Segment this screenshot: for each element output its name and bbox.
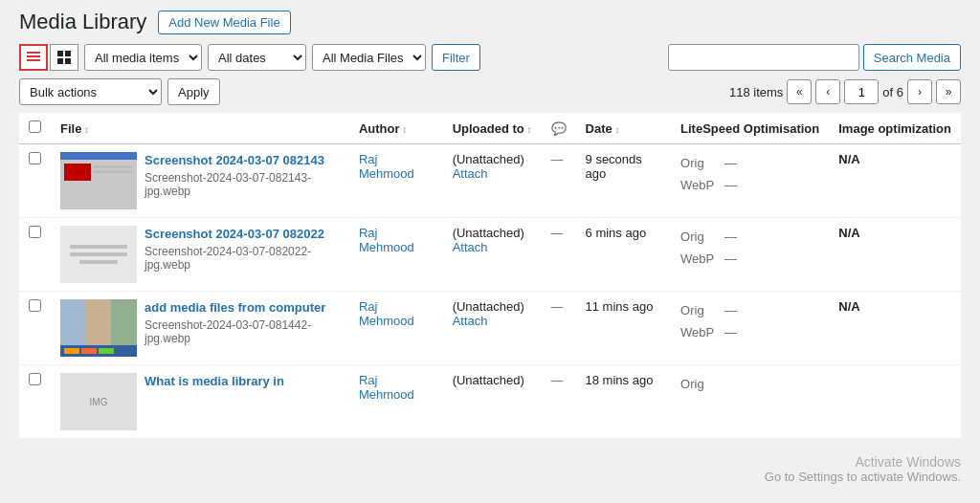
page-of-label: of 6: [882, 85, 903, 99]
file-cell-3: IMG What is media library in: [51, 365, 349, 439]
pagination-area: 118 items « ‹ of 6 › »: [729, 79, 961, 104]
list-view-button[interactable]: [19, 44, 48, 71]
table-row: IMG What is media library in Raj Mehmood…: [19, 365, 961, 439]
author-cell-2: Raj Mehmood: [349, 292, 443, 365]
comment-cell-3: —: [542, 365, 576, 439]
bulk-actions-select[interactable]: Bulk actions Delete Permanently: [19, 78, 162, 105]
add-new-media-button[interactable]: Add New Media File: [158, 11, 290, 34]
table-row: Screenshot 2024-03-07 082022 Screenshot-…: [19, 218, 961, 292]
activate-windows-notice: Activate Windows Go to Settings to activ…: [765, 454, 961, 484]
author-cell-0: Raj Mehmood: [349, 144, 443, 218]
row-checkbox-0[interactable]: [29, 152, 41, 164]
author-link-0[interactable]: Raj Mehmood: [359, 152, 414, 181]
col-author[interactable]: Author: [349, 113, 443, 144]
uploaded-to-cell-2: (Unattached)Attach: [443, 292, 542, 365]
search-input[interactable]: [668, 44, 859, 71]
thumbnail-1: [60, 226, 137, 283]
row-checkbox-1[interactable]: [29, 226, 41, 238]
thumbnail-2: [60, 299, 137, 357]
row-checkbox-2[interactable]: [29, 299, 41, 312]
file-cell-2: add media files from computer Screenshot…: [51, 292, 349, 365]
author-link-1[interactable]: Raj Mehmood: [359, 226, 414, 254]
media-type-filter[interactable]: All media items Images Audio Video: [84, 44, 202, 71]
comment-cell-2: —: [542, 292, 576, 365]
comment-cell-1: —: [542, 218, 576, 292]
svg-rect-4: [65, 51, 71, 56]
row-checkbox-3[interactable]: [29, 373, 41, 385]
search-media-button[interactable]: Search Media: [863, 44, 961, 71]
na-badge-2: N/A: [838, 299, 859, 314]
svg-rect-1: [27, 55, 40, 57]
uploaded-to-cell-0: (Unattached)Attach: [443, 144, 542, 218]
date-cell-0: 9 seconds ago: [576, 144, 672, 218]
date-cell-3: 18 mins ago: [576, 365, 672, 439]
file-name-0: Screenshot-2024-03-07-082143-jpg.webp: [145, 171, 340, 198]
litespeed-cell-3: Orig: [671, 365, 829, 439]
items-count: 118 items: [729, 85, 783, 99]
attach-link-2[interactable]: Attach: [453, 314, 488, 328]
author-link-2[interactable]: Raj Mehmood: [359, 299, 414, 328]
author-cell-1: Raj Mehmood: [349, 218, 443, 292]
na-badge-1: N/A: [838, 226, 859, 240]
author-cell-3: Raj Mehmood: [349, 365, 443, 439]
image-opt-cell-3: [829, 365, 961, 439]
date-cell-2: 11 mins ago: [576, 292, 672, 365]
file-title-link-2[interactable]: add media files from computer: [145, 299, 340, 317]
prev-page-button[interactable]: ‹: [815, 79, 840, 104]
col-image-opt: Image optimization: [829, 113, 961, 144]
image-opt-cell-0: N/A: [829, 144, 961, 218]
litespeed-cell-2: Orig — WebP —: [671, 292, 829, 365]
first-page-button[interactable]: «: [787, 79, 812, 104]
activate-windows-subtitle: Go to Settings to activate Windows.: [765, 470, 961, 484]
bulk-actions-area: Bulk actions Delete Permanently Apply: [19, 78, 220, 105]
page-title: Media Library: [19, 10, 146, 34]
litespeed-cell-0: Orig — WebP —: [671, 144, 829, 218]
file-title-link-3[interactable]: What is media library in: [145, 373, 284, 390]
svg-rect-5: [57, 58, 63, 64]
na-badge-0: N/A: [838, 152, 859, 166]
col-uploaded-to[interactable]: Uploaded to: [443, 113, 542, 144]
attach-link-0[interactable]: Attach: [453, 166, 488, 181]
col-comment: 💬: [542, 113, 576, 144]
select-all-checkbox[interactable]: [29, 120, 41, 133]
svg-rect-2: [27, 59, 40, 61]
uploaded-to-cell-1: (Unattached)Attach: [443, 218, 542, 292]
table-row: Screenshot 2024-03-07 082143 Screenshot-…: [19, 144, 961, 218]
file-name-1: Screenshot-2024-03-07-082022-jpg.webp: [145, 245, 340, 272]
col-litespeed: LiteSpeed Optimisation: [671, 113, 829, 144]
uploaded-to-cell-3: (Unattached): [443, 365, 542, 439]
table-row: add media files from computer Screenshot…: [19, 292, 961, 365]
view-toggle: [19, 44, 78, 71]
apply-button[interactable]: Apply: [167, 78, 220, 105]
file-name-2: Screenshot-2024-03-07-081442-jpg.webp: [145, 318, 340, 345]
thumbnail-3: IMG: [60, 373, 137, 430]
date-filter[interactable]: All dates March 2024: [208, 44, 306, 71]
attach-link-1[interactable]: Attach: [453, 240, 488, 254]
svg-rect-3: [57, 51, 63, 56]
last-page-button[interactable]: »: [936, 79, 961, 104]
thumbnail-0: [60, 152, 137, 209]
comment-cell-0: —: [542, 144, 576, 218]
file-cell-0: Screenshot 2024-03-07 082143 Screenshot-…: [51, 144, 349, 218]
col-date[interactable]: Date: [576, 113, 672, 144]
search-area: Search Media: [668, 44, 961, 71]
author-link-3[interactable]: Raj Mehmood: [359, 373, 414, 402]
file-cell-1: Screenshot 2024-03-07 082022 Screenshot-…: [51, 218, 349, 292]
image-opt-cell-2: N/A: [829, 292, 961, 365]
svg-rect-0: [27, 52, 40, 54]
grid-view-button[interactable]: [50, 44, 78, 71]
next-page-button[interactable]: ›: [907, 79, 932, 104]
file-type-filter[interactable]: All Media Files Optimised Not optimised: [312, 44, 426, 71]
image-opt-cell-1: N/A: [829, 218, 961, 292]
date-cell-1: 6 mins ago: [576, 218, 672, 292]
filter-button[interactable]: Filter: [432, 44, 480, 71]
svg-rect-6: [65, 58, 71, 64]
litespeed-cell-1: Orig — WebP —: [671, 218, 829, 292]
page-number-input[interactable]: [844, 79, 879, 104]
file-title-link-1[interactable]: Screenshot 2024-03-07 082022: [145, 226, 340, 243]
media-table: File Author Uploaded to 💬 Date LiteSpeed…: [19, 113, 961, 439]
file-title-link-0[interactable]: Screenshot 2024-03-07 082143: [145, 152, 340, 169]
activate-windows-title: Activate Windows: [765, 454, 961, 470]
col-file[interactable]: File: [51, 113, 349, 144]
